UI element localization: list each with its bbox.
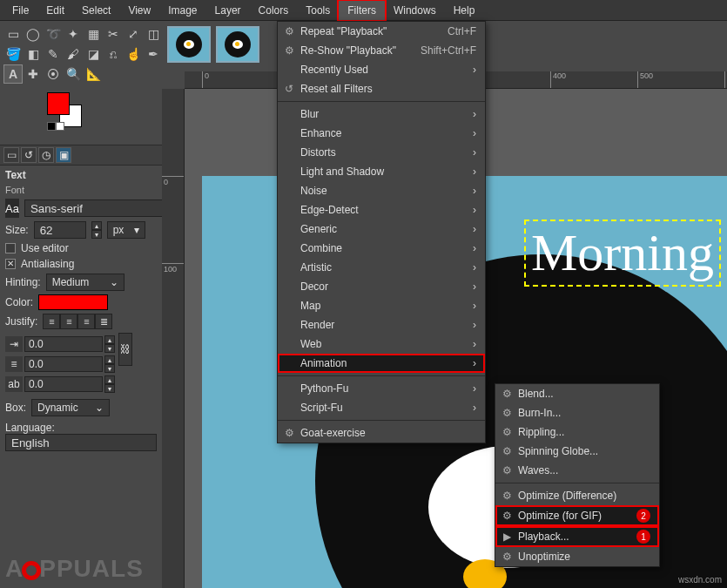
menu-animation[interactable]: Animation›: [278, 354, 485, 373]
submenu-rippling[interactable]: ⚙Rippling...: [495, 422, 659, 442]
menu-render[interactable]: Render›: [278, 315, 485, 335]
menu-tools[interactable]: Tools: [297, 1, 339, 20]
menu-map[interactable]: Map›: [278, 296, 485, 315]
menu-light-shadow[interactable]: Light and Shadow›: [278, 162, 485, 181]
color-swatches: [47, 92, 162, 145]
tool-text[interactable]: A: [3, 64, 23, 84]
tool-clone[interactable]: ⎌: [104, 44, 123, 64]
image-tab-1[interactable]: [167, 26, 211, 63]
submenu-optimize-gif[interactable]: ⚙Optimize (for GIF)2: [495, 505, 659, 526]
tab-tool-options[interactable]: ▭: [3, 147, 19, 163]
submenu-spinning-globe[interactable]: ⚙Spinning Globe...: [495, 442, 659, 461]
submenu-blend[interactable]: ⚙Blend...: [495, 384, 659, 403]
menu-artistic[interactable]: Artistic›: [278, 258, 485, 277]
indent-spinner[interactable]: ▴▾: [104, 335, 115, 353]
submenu-waves[interactable]: ⚙Waves...: [495, 461, 659, 480]
justify-fill-button[interactable]: ≣: [95, 314, 112, 329]
submenu-burnin[interactable]: ⚙Burn-In...: [495, 403, 659, 422]
menu-combine[interactable]: Combine›: [278, 239, 485, 258]
letter-spacing-field[interactable]: 0.0: [24, 376, 103, 392]
tool-bucket[interactable]: 🪣: [3, 44, 23, 64]
indent-field[interactable]: 0.0: [24, 336, 103, 352]
antialiasing-checkbox[interactable]: [5, 259, 16, 269]
menu-image[interactable]: Image: [159, 1, 205, 20]
menu-colors[interactable]: Colors: [250, 1, 298, 20]
menu-layer[interactable]: Layer: [206, 1, 250, 20]
justify-left-button[interactable]: ≡: [43, 314, 60, 329]
menu-repeat-playback[interactable]: ⚙Repeat "Playback"Ctrl+F: [278, 22, 485, 41]
tool-by-color[interactable]: ▦: [84, 24, 103, 44]
tab-history[interactable]: ◷: [38, 147, 54, 163]
credit-text: wsxdn.com: [678, 575, 722, 585]
menu-reset-filters[interactable]: ↺Reset all Filters: [278, 79, 485, 98]
menu-edge-detect[interactable]: Edge-Detect›: [278, 200, 485, 220]
size-spinner[interactable]: ▴▾: [91, 221, 102, 239]
tool-eraser[interactable]: ◪: [84, 44, 103, 64]
swap-colors-icon[interactable]: [56, 122, 64, 131]
size-unit-dropdown[interactable]: px▾: [107, 221, 145, 239]
tool-free-select[interactable]: ➰: [44, 24, 63, 44]
line-spacing-field[interactable]: 0.0: [24, 356, 103, 372]
menu-edit[interactable]: Edit: [37, 1, 73, 20]
menu-filters[interactable]: Filters: [339, 1, 385, 20]
fg-color-swatch[interactable]: [47, 92, 70, 115]
tool-smudge[interactable]: ☝: [124, 44, 143, 64]
tool-color-picker[interactable]: ⦿: [44, 64, 63, 84]
tool-paths[interactable]: ✒: [144, 44, 163, 64]
menu-enhance[interactable]: Enhance›: [278, 124, 485, 143]
font-name-field[interactable]: [24, 199, 184, 217]
text-layer[interactable]: Morning: [524, 220, 721, 287]
tool-pencil[interactable]: ✎: [44, 44, 63, 64]
spacing-link-toggle[interactable]: ⛓: [118, 333, 132, 366]
tab-device[interactable]: ↺: [21, 147, 37, 163]
box-dropdown[interactable]: Dynamic⌄: [31, 399, 110, 416]
default-colors-icon[interactable]: [47, 122, 56, 131]
vertical-ruler[interactable]: 0 100: [162, 89, 185, 588]
line-spinner[interactable]: ▴▾: [104, 355, 115, 373]
tool-ellipse-select[interactable]: ◯: [24, 24, 43, 44]
menu-pythonfu[interactable]: Python-Fu›: [278, 379, 485, 398]
menu-reshow-playback[interactable]: ⚙Re-Show "Playback"Shift+Ctrl+F: [278, 41, 485, 60]
text-color-chip[interactable]: [38, 294, 108, 310]
tool-heal[interactable]: ✚: [24, 64, 43, 84]
tool-warp[interactable]: ◫: [144, 24, 163, 44]
tool-gradient[interactable]: ◧: [24, 44, 43, 64]
font-preview[interactable]: Aa: [5, 199, 19, 218]
tool-transform[interactable]: ⤢: [124, 24, 143, 44]
menu-goat-exercise[interactable]: ⚙Goat-exercise: [278, 423, 485, 443]
menu-file[interactable]: File: [3, 1, 37, 20]
justify-center-button[interactable]: ≡: [77, 314, 95, 329]
size-label: Size:: [5, 224, 29, 236]
menu-select[interactable]: Select: [73, 1, 119, 20]
gear-icon: ⚙: [501, 490, 513, 502]
menu-noise[interactable]: Noise›: [278, 181, 485, 200]
tool-measure[interactable]: 📐: [84, 64, 103, 84]
menu-blur[interactable]: Blur›: [278, 105, 485, 124]
use-editor-checkbox[interactable]: [5, 243, 16, 253]
gear-icon: ⚙: [283, 427, 295, 439]
size-field[interactable]: [34, 221, 86, 239]
menu-web[interactable]: Web›: [278, 335, 485, 354]
menu-decor[interactable]: Decor›: [278, 277, 485, 296]
tab-image[interactable]: ▣: [56, 147, 71, 163]
menu-distorts[interactable]: Distorts›: [278, 143, 485, 162]
menu-recently-used[interactable]: Recently Used›: [278, 60, 485, 79]
menu-help[interactable]: Help: [445, 1, 484, 20]
submenu-optimize-diff[interactable]: ⚙Optimize (Difference): [495, 486, 659, 505]
tool-zoom[interactable]: 🔍: [64, 64, 83, 84]
language-field[interactable]: [5, 434, 157, 451]
submenu-unoptimize[interactable]: ⚙Unoptimize: [495, 547, 659, 566]
tool-crop[interactable]: ✂: [104, 24, 123, 44]
hinting-dropdown[interactable]: Medium⌄: [46, 274, 125, 291]
menu-windows[interactable]: Windows: [385, 1, 445, 20]
tool-paintbrush[interactable]: 🖌: [64, 44, 83, 64]
letter-spinner[interactable]: ▴▾: [104, 375, 115, 393]
justify-right-button[interactable]: ≡: [60, 314, 77, 329]
tool-rect-select[interactable]: ▭: [3, 24, 23, 44]
image-tab-2[interactable]: [216, 26, 259, 63]
submenu-playback[interactable]: ▶Playback...1: [495, 526, 659, 547]
menu-generic[interactable]: Generic›: [278, 220, 485, 239]
menu-view[interactable]: View: [119, 1, 159, 20]
menu-scriptfu[interactable]: Script-Fu›: [278, 398, 485, 417]
tool-fuzzy-select[interactable]: ✦: [64, 24, 83, 44]
